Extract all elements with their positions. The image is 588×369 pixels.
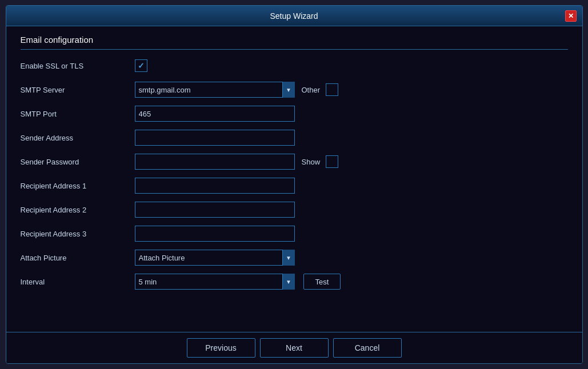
footer: Previous Next Cancel — [6, 332, 582, 363]
form-row-smtp-port: SMTP Port — [21, 105, 568, 123]
recipient-2-input[interactable] — [135, 202, 295, 218]
label-smtp-server: SMTP Server — [21, 86, 135, 94]
smtp-server-side: Other — [302, 83, 339, 96]
form-row-recipient-3: Recipient Address 3 — [21, 224, 568, 243]
form-row-recipient-1: Recipient Address 1 — [21, 177, 568, 195]
label-interval: Interval — [21, 278, 135, 286]
form-row-smtp-server: SMTP Server smtp.gmail.com smtp.yahoo.co… — [21, 81, 568, 99]
smtp-server-select-wrapper: smtp.gmail.com smtp.yahoo.com smtp.outlo… — [135, 82, 295, 98]
other-label: Other — [302, 86, 321, 94]
checkbox-other[interactable] — [326, 83, 338, 96]
sender-address-input[interactable] — [135, 130, 295, 146]
form-row-ssl: Enable SSL or TLS — [21, 57, 568, 75]
label-recipient-1: Recipient Address 1 — [21, 182, 135, 190]
label-attach-picture: Attach Picture — [21, 254, 135, 262]
attach-picture-select-wrapper: Attach Picture No Picture ▼ — [135, 250, 295, 266]
form-grid: Enable SSL or TLS SMTP Server smtp.gmail… — [21, 57, 568, 291]
dialog-title: Setup Wizard — [23, 11, 565, 21]
section-title: Email configuration — [21, 35, 568, 50]
label-recipient-2: Recipient Address 2 — [21, 206, 135, 214]
sender-password-input[interactable] — [135, 154, 295, 170]
smtp-port-input[interactable] — [135, 106, 295, 122]
show-label: Show — [302, 158, 321, 166]
smtp-server-select[interactable]: smtp.gmail.com smtp.yahoo.com smtp.outlo… — [135, 82, 295, 98]
recipient-3-input[interactable] — [135, 226, 295, 242]
form-row-recipient-2: Recipient Address 2 — [21, 200, 568, 219]
interval-select[interactable]: 1 min 2 min 5 min 10 min 30 min — [135, 274, 295, 290]
setup-wizard-dialog: Setup Wizard ✕ Email configuration Enabl… — [6, 5, 583, 364]
test-button[interactable]: Test — [303, 274, 341, 290]
sender-password-side: Show — [302, 155, 339, 168]
checkbox-show-password[interactable] — [326, 155, 338, 168]
form-row-attach-picture: Attach Picture Attach Picture No Picture… — [21, 248, 568, 267]
previous-button[interactable]: Previous — [187, 338, 255, 358]
title-bar: Setup Wizard ✕ — [6, 6, 582, 26]
label-smtp-port: SMTP Port — [21, 110, 135, 118]
attach-picture-select[interactable]: Attach Picture No Picture — [135, 250, 295, 266]
close-button[interactable]: ✕ — [565, 10, 577, 22]
interval-select-wrapper: 1 min 2 min 5 min 10 min 30 min ▼ — [135, 274, 295, 290]
form-row-sender-address: Sender Address — [21, 129, 568, 147]
label-sender-address: Sender Address — [21, 134, 135, 142]
cancel-button[interactable]: Cancel — [333, 338, 402, 358]
checkbox-ssl[interactable] — [135, 59, 147, 72]
next-button[interactable]: Next — [260, 338, 329, 358]
recipient-1-input[interactable] — [135, 178, 295, 194]
form-row-interval: Interval 1 min 2 min 5 min 10 min 30 min… — [21, 272, 568, 291]
label-recipient-3: Recipient Address 3 — [21, 230, 135, 238]
label-sender-password: Sender Password — [21, 158, 135, 166]
form-row-sender-password: Sender Password Show — [21, 153, 568, 171]
label-ssl: Enable SSL or TLS — [21, 62, 135, 70]
content-area: Email configuration Enable SSL or TLS SM… — [6, 26, 582, 332]
